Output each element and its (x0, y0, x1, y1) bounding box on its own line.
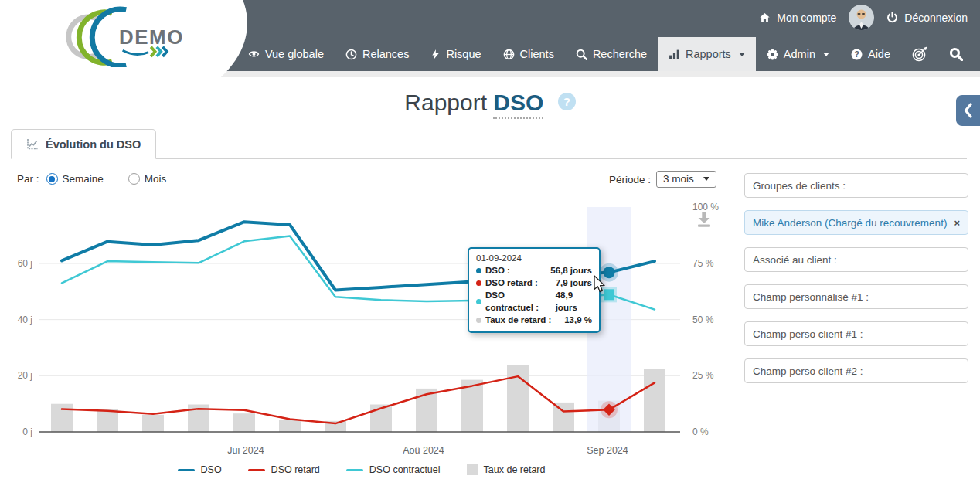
tooltip-row-dso-contractuel: DSO contractuel : 48,9 jours (476, 289, 592, 314)
svg-text:100 %: 100 % (692, 202, 719, 212)
nav-item-rapports[interactable]: Rapports (658, 37, 756, 71)
nav-item-risque[interactable]: Risque (420, 37, 492, 71)
legend-item-dso-contractuel[interactable]: DSO contractuel (346, 464, 441, 475)
tooltip-date: 01-09-2024 (476, 253, 592, 263)
mouse-cursor (594, 275, 607, 294)
radio-circle-selected[interactable] (46, 173, 58, 185)
chart-download-icon[interactable] (698, 212, 710, 227)
svg-text:Sep 2024: Sep 2024 (587, 445, 628, 456)
nav-item-relances[interactable]: Relances (335, 37, 420, 71)
svg-text:Jui 2024: Jui 2024 (227, 445, 264, 456)
svg-text:20 j: 20 j (18, 370, 32, 381)
chevron-left-icon (962, 101, 975, 120)
legend-swatch (467, 464, 478, 475)
chart-legend: DSODSO retardDSO contractuelTaux de reta… (0, 464, 723, 475)
close-icon[interactable]: × (954, 217, 960, 229)
legend-item-dso[interactable]: DSO (178, 464, 222, 475)
nav-label: Clients (520, 48, 554, 60)
my-account-label: Mon compte (777, 12, 836, 24)
legend-label: DSO contractuel (369, 464, 441, 475)
filter-chip-charge-recouvrement[interactable]: Mike Anderson (Chargé du recouvrement) × (744, 210, 968, 235)
periode-select[interactable]: 3 mois (656, 171, 716, 188)
nav-label: Admin (784, 48, 815, 60)
page-title-prefix: Rapport (404, 90, 487, 115)
power-icon (886, 12, 898, 23)
collapse-panel-button[interactable] (956, 95, 980, 126)
nav-item-recherche[interactable]: Recherche (565, 37, 658, 71)
tab-bar: Évolution du DSO (11, 129, 967, 159)
svg-text:0 %: 0 % (692, 426, 709, 437)
bolt-icon (430, 49, 441, 60)
logout-label: Déconnexion (904, 12, 968, 24)
legend-label: DSO (201, 464, 222, 475)
chart-tooltip: 01-09-2024 DSO : 56,8 jours DSO retard :… (468, 247, 601, 333)
taux-retard-dot-icon (476, 318, 481, 323)
filter-champ-perso-client-1[interactable]: Champ perso client #1 : (744, 321, 968, 346)
nav-item-admin[interactable]: Admin (756, 37, 840, 71)
chevron-down-icon (703, 177, 709, 181)
nav-label: Rapports (686, 48, 731, 60)
nav-label: Risque (446, 48, 481, 60)
radio-mois[interactable]: Mois (128, 173, 167, 185)
legend-item-taux-de-retard[interactable]: Taux de retard (467, 464, 546, 475)
demo-logo: DEMO (65, 5, 189, 67)
clock-icon (345, 49, 357, 60)
nav-label: Vue globale (265, 48, 324, 60)
svg-text:40 j: 40 j (18, 314, 32, 325)
gear-icon (767, 49, 778, 60)
nav-label: Relances (362, 48, 409, 60)
nav-item-quick-search[interactable] (938, 37, 974, 71)
nav-item-clients[interactable]: Clients (492, 37, 565, 71)
target-icon (912, 46, 927, 62)
filter-label: Champ perso client #1 : (753, 328, 863, 340)
interval-radio-group: Par : Semaine Mois (17, 173, 166, 185)
filter-champ-perso-client-2[interactable]: Champ perso client #2 : (744, 358, 968, 383)
periode-selected-value: 3 mois (663, 173, 694, 185)
nav-item-target[interactable] (901, 37, 938, 71)
user-avatar[interactable] (849, 5, 874, 30)
bar-chart-icon (669, 49, 680, 60)
radio-semaine[interactable]: Semaine (46, 173, 104, 185)
filter-associe-client[interactable]: Associé au client : (744, 247, 968, 272)
content-area: Par : Semaine Mois Période : 3 mois (0, 159, 980, 475)
eye-icon (248, 49, 260, 59)
page-title-emphasis: DSO (493, 90, 543, 119)
taux-de-retard-bars[interactable] (51, 365, 665, 432)
legend-swatch (248, 469, 265, 471)
account-bar: Mon compte Déconnexion (759, 5, 968, 30)
title-help-icon[interactable]: ? (558, 93, 576, 110)
svg-text:?: ? (854, 49, 859, 58)
filter-label: Groupes de clients : (753, 180, 846, 192)
nav-label: Recherche (593, 48, 647, 60)
tab-evolution-dso[interactable]: Évolution du DSO (11, 129, 156, 159)
filter-label: Champ personnalisé #1 : (753, 291, 869, 303)
dso-retard-dot-icon (476, 280, 481, 286)
legend-item-dso-retard[interactable]: DSO retard (248, 464, 320, 475)
logout-link[interactable]: Déconnexion (886, 12, 968, 24)
svg-text:75 %: 75 % (692, 258, 714, 269)
my-account-link[interactable]: Mon compte (759, 12, 836, 24)
main-navigation: Vue globale Relances Risque (237, 37, 974, 71)
chart-controls: Par : Semaine Mois Période : 3 mois (0, 159, 738, 199)
svg-text:Aoû 2024: Aoû 2024 (403, 445, 444, 456)
filter-champ-personnalise-1[interactable]: Champ personnalisé #1 : (744, 284, 968, 309)
filter-label: Champ perso client #2 : (753, 365, 863, 377)
search-bold-icon (949, 47, 963, 61)
chevron-down-icon (739, 53, 745, 56)
question-icon: ? (851, 49, 863, 60)
top-navigation-bar: DEMO Mon compte (0, 0, 980, 71)
filter-groupes-clients[interactable]: Groupes de clients : (744, 173, 968, 198)
nav-item-aide[interactable]: ? Aide (840, 37, 901, 71)
dso-evolution-chart[interactable]: 0 j20 j40 j60 j0 %25 %50 %75 %100 %Jui 2… (0, 199, 738, 458)
chart-wrapper: 0 j20 j40 j60 j0 %25 %50 %75 %100 %Jui 2… (0, 199, 738, 458)
chart-column: Par : Semaine Mois Période : 3 mois (0, 159, 738, 475)
search-icon (576, 49, 587, 60)
dso-report-app: DEMO Mon compte (0, 0, 980, 496)
legend-swatch (346, 469, 363, 471)
svg-text:50 %: 50 % (692, 314, 714, 325)
filter-label: Associé au client : (753, 254, 837, 266)
logo-chevrons (151, 47, 167, 56)
radio-circle-unselected[interactable] (128, 173, 140, 185)
nav-item-vue-globale[interactable]: Vue globale (237, 37, 335, 71)
legend-swatch (178, 469, 195, 471)
